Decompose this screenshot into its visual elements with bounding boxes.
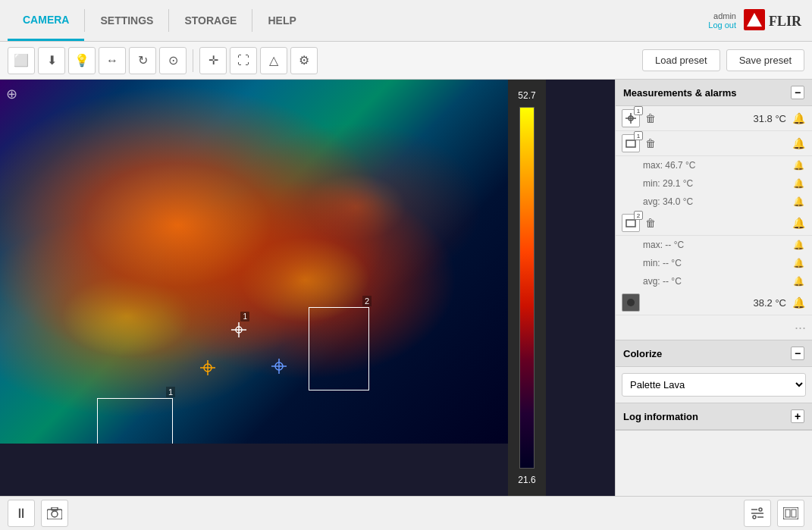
tab-help[interactable]: HELP [252,0,311,41]
log-information-title: Log information [623,411,698,422]
tab-settings[interactable]: SETTINGS [85,0,168,41]
scale-bar-gradient [519,107,535,469]
svg-rect-27 [785,510,790,517]
main-content: ⊕ 1 [0,80,812,496]
svg-rect-28 [792,510,796,517]
box-1-min-row: min: 29.1 °C 🔔 [616,174,812,193]
thermal-image: ⊕ 1 [0,80,508,444]
palette-select[interactable]: Palette Lava Palette Iron Palette Rainbo… [622,373,806,397]
measurement-point-blue [271,359,287,376]
btn-rotate[interactable]: ↻ [129,47,156,74]
spot-black-value: 38.2 °C [643,297,786,309]
snapshot-button[interactable] [41,500,68,527]
delete-box-2-button[interactable]: 🗑 [643,215,658,231]
box-1-max-alarm-icon[interactable]: 🔔 [791,158,806,173]
admin-info: admin Log out [708,11,736,30]
measurements-header: Measurements & alarms − [616,80,812,106]
btn-view-mode[interactable]: ⬜ [8,47,35,74]
colorize-header: Colorize − [616,340,812,367]
tab-camera[interactable]: CAMERA [8,0,84,41]
btn-capture[interactable]: ⊙ [159,47,187,74]
box-1-max-row: max: 46.7 °C 🔔 [616,156,812,174]
box-badge-2: 2 [634,211,643,220]
right-panel: Measurements & alarms − 1 🗑 31.8 °C 🔔 [615,80,812,496]
svg-text:FLIR: FLIR [769,14,802,29]
spot-1-alarm-icon[interactable]: 🔔 [791,111,806,126]
load-preset-button[interactable]: Load preset [642,49,720,71]
measurement-row-box-1: 1 🗑 🔔 [616,131,812,156]
spot-black-icon [622,293,640,312]
box-2-min-label: min: -- °C [643,258,682,268]
logout-link[interactable]: Log out [708,20,736,30]
svg-point-19 [52,511,58,517]
box-1-avg-label: avg: 34.0 °C [643,196,693,207]
more-icon: ··· [795,320,806,336]
measurement-point-1: 1 [231,322,246,340]
corner-crosshair-icon: ⊕ [6,86,17,102]
scale-max-value: 52.7 [518,90,535,101]
box-2-max-label: max: -- °C [643,240,684,250]
btn-download[interactable]: ⬇ [38,47,65,74]
box-2-min-row: min: -- °C 🔔 [616,254,812,272]
box-2-max-alarm-icon[interactable]: 🔔 [791,237,806,252]
toolbar-sep-1 [193,49,193,72]
log-information-section: Log information + [616,403,812,431]
box-1-max-label: max: 46.7 °C [643,160,696,171]
colorize-section: Colorize − Palette Lava Palette Iron Pal… [616,340,812,403]
btn-measure[interactable]: △ [260,47,287,74]
measurement-row-spot-1: 1 🗑 31.8 °C 🔔 [616,106,812,131]
measurement-row-spot-black: 38.2 °C 🔔 [616,290,812,315]
measurements-title: Measurements & alarms [623,87,737,99]
colorize-body: Palette Lava Palette Iron Palette Rainbo… [616,367,812,403]
flir-logo: FLIR [744,9,804,32]
delete-spot-1-button[interactable]: 🗑 [643,111,658,126]
tools-button[interactable] [744,500,771,527]
box-1-avg-alarm-icon[interactable]: 🔔 [791,194,806,209]
pause-button[interactable]: ⏸ [8,500,35,527]
svg-point-17 [627,299,635,306]
tab-storage[interactable]: STORAGE [169,0,252,41]
nav-right: admin Log out FLIR [708,9,804,32]
save-preset-button[interactable]: Save preset [726,49,804,71]
colorize-title: Colorize [623,348,662,359]
box-1-avg-row: avg: 34.0 °C 🔔 [616,193,812,211]
spot-badge-1: 1 [634,106,643,115]
box-2-avg-label: avg: -- °C [643,276,682,287]
measurement-box-2: 2 [309,307,369,390]
box-2-avg-alarm-icon[interactable]: 🔔 [791,274,806,289]
measurements-section: Measurements & alarms − 1 🗑 31.8 °C 🔔 [616,80,812,340]
box-2-alarm-icon[interactable]: 🔔 [791,215,806,231]
measurement-row-more: ··· [616,315,812,340]
log-information-expand-button[interactable]: + [791,409,804,423]
svg-point-24 [759,508,762,511]
btn-light[interactable]: 💡 [68,47,96,74]
spot-black-alarm-icon[interactable]: 🔔 [791,295,806,310]
toolbar: ⬜ ⬇ 💡 ↔ ↻ ⊙ ✛ ⛶ △ ⚙ Load preset Save pre… [0,42,812,80]
box-icon-2: 2 [622,214,640,232]
toolbar-presets: Load preset Save preset [642,49,804,71]
bottom-bar: ⏸ [0,496,812,530]
box-1-min-label: min: 29.1 °C [643,178,693,189]
measurements-collapse-button[interactable]: − [791,86,804,99]
camera-area: ⊕ 1 [0,80,615,496]
svg-rect-20 [52,507,58,510]
top-navigation: CAMERA SETTINGS STORAGE HELP admin Log o… [0,0,812,42]
measurement-box-1: 1 [97,398,173,444]
box-icon-1: 1 [622,134,640,152]
scale-min-value: 21.6 [518,475,535,485]
btn-settings[interactable]: ⚙ [290,47,318,74]
box-2-max-row: max: -- °C 🔔 [616,236,812,254]
box-badge-1: 1 [634,131,643,140]
delete-box-1-button[interactable]: 🗑 [643,136,658,151]
svg-point-25 [753,516,756,519]
btn-expand[interactable]: ↔ [99,47,126,74]
box-1-alarm-icon[interactable]: 🔔 [791,136,806,151]
measurement-point-orange [200,360,215,378]
btn-crosshair[interactable]: ✛ [199,47,227,74]
measurement-row-box-2: 2 🗑 🔔 [616,211,812,236]
box-1-min-alarm-icon[interactable]: 🔔 [791,176,806,191]
colorize-collapse-button[interactable]: − [791,347,804,360]
layout-button[interactable] [777,500,804,527]
btn-fullscreen[interactable]: ⛶ [230,47,257,74]
box-2-min-alarm-icon[interactable]: 🔔 [791,256,806,271]
